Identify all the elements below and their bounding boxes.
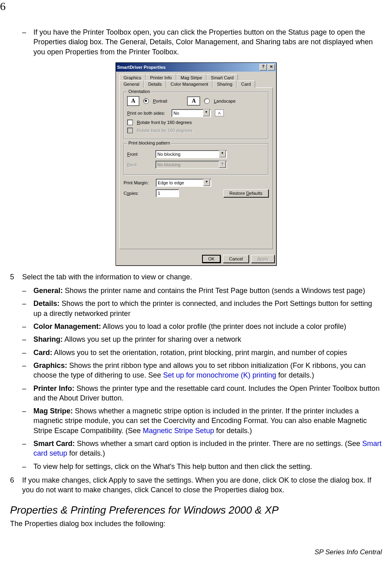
rotate-front-label: Rotate front by 180 degrees <box>137 120 192 125</box>
tab-card[interactable]: Card <box>237 81 255 88</box>
smartdriver-properties-dialog: SmartDriver Properties ? ✕ Graphics Prin… <box>116 62 276 266</box>
apply-button[interactable]: Apply <box>251 255 274 263</box>
desc-mag-stripe: – Mag Stripe: Shows whether a magnetic s… <box>22 406 382 436</box>
desc-smart-card: – Smart Card: Shows whether a smart card… <box>22 439 382 458</box>
copies-input[interactable]: 1 <box>156 189 179 197</box>
section-heading: Properties & Printing Preferences for Wi… <box>10 504 382 516</box>
chevron-down-icon: ▼ <box>203 179 210 186</box>
step-6: 6 If you make changes, click Apply to sa… <box>10 475 382 495</box>
desc-help: – To view help for settings, click on th… <box>22 462 382 471</box>
desc-graphics: – Graphics: Shows the print ribbon type … <box>22 361 382 380</box>
tab-row-bottom: General Details Color Management Sharing… <box>119 81 273 88</box>
portrait-label: Portrait <box>153 99 167 103</box>
tab-graphics[interactable]: Graphics <box>119 74 146 81</box>
front-label: Front <box>127 152 151 157</box>
page-number: 6 <box>0 0 6 13</box>
orientation-legend: Orientation <box>127 89 151 94</box>
blocking-legend: Print blocking pattern <box>127 140 171 145</box>
desc-general: – General: Shows the printer name and co… <box>22 286 382 295</box>
step-text: Select the tab with the information to v… <box>22 272 382 282</box>
back-blocking-select: No blocking ▼ <box>155 161 227 169</box>
duplex-preview-icon: A <box>215 109 224 116</box>
tab-panel-card: Orientation A Portrait A Landscape <box>119 87 273 249</box>
orientation-group: Orientation A Portrait A Landscape <box>124 92 268 139</box>
chevron-down-icon: ▼ <box>203 109 210 116</box>
link-mag-stripe-setup[interactable]: Magnetic Stripe Setup <box>143 427 214 435</box>
back-label: Back <box>127 162 151 167</box>
desc-sharing: – Sharing: Allows you set up the printer… <box>22 334 382 344</box>
step-text: If you make changes, click Apply to save… <box>22 475 382 495</box>
print-margin-label: Print Margin: <box>124 180 152 185</box>
dialog-button-bar: OK Cancel Apply <box>116 252 276 265</box>
landscape-radio[interactable] <box>204 98 210 104</box>
print-blocking-group: Print blocking pattern Front No blocking… <box>124 143 268 175</box>
step-number: 6 <box>10 475 22 495</box>
intro-bullet: – If you have the Printer Toolbox open, … <box>22 27 382 57</box>
desc-printer-info: – Printer Info: Shows the printer type a… <box>22 384 382 403</box>
portrait-radio[interactable] <box>143 98 149 104</box>
close-titlebar-button[interactable]: ✕ <box>268 64 275 70</box>
tab-printer-info[interactable]: Printer Info <box>146 74 176 81</box>
step-number: 5 <box>10 272 22 282</box>
cancel-button[interactable]: Cancel <box>223 255 249 263</box>
chevron-down-icon: ▼ <box>219 161 226 168</box>
desc-card: – Card: Allows you to set the orientatio… <box>22 348 382 357</box>
print-both-sides-select[interactable]: No ▼ <box>171 109 211 117</box>
portrait-icon: A <box>127 96 139 106</box>
tab-general[interactable]: General <box>119 81 144 88</box>
landscape-label: Landscape <box>214 99 235 103</box>
step-5: 5 Select the tab with the information to… <box>10 272 382 282</box>
rotate-back-checkbox <box>127 128 133 133</box>
front-blocking-select[interactable]: No blocking ▼ <box>155 150 227 158</box>
help-titlebar-button[interactable]: ? <box>260 64 267 70</box>
link-monochrome-setup[interactable]: Set up for monochrome (K) printing <box>163 371 276 379</box>
tab-smart-card[interactable]: Smart Card <box>206 74 238 81</box>
section-intro: The Properties dialog box includes the f… <box>10 520 382 528</box>
rotate-front-checkbox[interactable] <box>127 120 133 125</box>
footer-text: SP Series Info Central <box>10 548 382 556</box>
desc-details: – Details: Shows the port to which the p… <box>22 299 382 318</box>
desc-color-management: – Color Management: Allows you to load a… <box>22 322 382 331</box>
tab-mag-stripe[interactable]: Mag Stripe <box>176 74 206 81</box>
ok-button[interactable]: OK <box>202 255 221 263</box>
dialog-titlebar: SmartDriver Properties ? ✕ <box>116 63 276 72</box>
copies-label: Copies: <box>124 191 152 196</box>
tab-color-management[interactable]: Color Management <box>166 81 213 88</box>
print-both-sides-label: Print on both sides: <box>127 111 167 116</box>
tab-row-top: Graphics Printer Info Mag Stripe Smart C… <box>119 74 273 81</box>
intro-text: If you have the Printer Toolbox open, yo… <box>33 27 382 57</box>
dialog-title: SmartDriver Properties <box>117 65 165 70</box>
restore-defaults-button[interactable]: Restore Defaults <box>223 189 268 197</box>
properties-dialog-figure: SmartDriver Properties ? ✕ Graphics Prin… <box>116 62 276 266</box>
rotate-back-label: Rotate back by 180 degrees <box>137 128 192 133</box>
tab-sharing[interactable]: Sharing <box>213 81 237 88</box>
print-margin-select[interactable]: Edge to edge ▼ <box>156 179 211 187</box>
dash: – <box>22 27 33 57</box>
tab-details[interactable]: Details <box>144 81 166 88</box>
landscape-icon: A <box>187 97 200 105</box>
chevron-down-icon: ▼ <box>219 151 226 157</box>
